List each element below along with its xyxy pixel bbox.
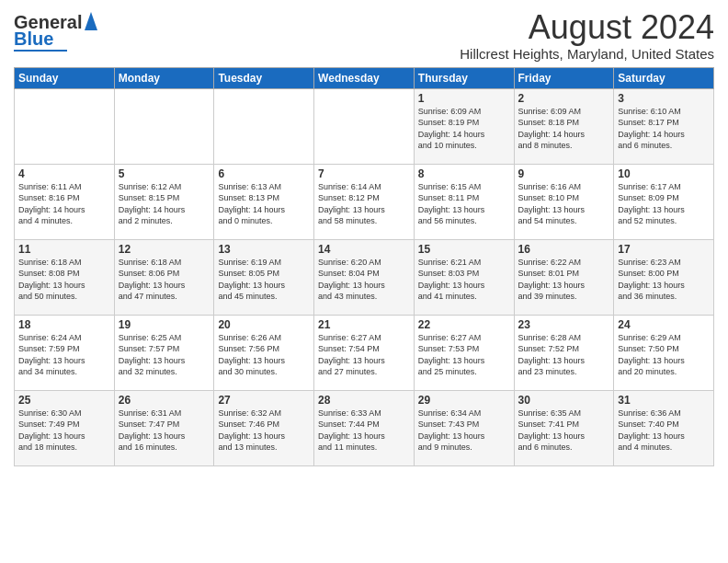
table-row	[114, 88, 214, 164]
table-row: 5Sunrise: 6:12 AM Sunset: 8:15 PM Daylig…	[114, 164, 214, 239]
table-row: 21Sunrise: 6:27 AM Sunset: 7:54 PM Dayli…	[314, 315, 415, 390]
cell-info: Sunrise: 6:14 AM Sunset: 8:12 PM Dayligh…	[318, 181, 410, 227]
cell-date: 2	[518, 92, 610, 105]
table-row: 25Sunrise: 6:30 AM Sunset: 7:49 PM Dayli…	[15, 390, 115, 465]
cell-date: 27	[218, 394, 310, 407]
table-row: 20Sunrise: 6:26 AM Sunset: 7:56 PM Dayli…	[214, 315, 314, 390]
table-row: 19Sunrise: 6:25 AM Sunset: 7:57 PM Dayli…	[114, 315, 214, 390]
calendar-week-row: 1Sunrise: 6:09 AM Sunset: 8:19 PM Daylig…	[15, 88, 714, 164]
col-monday: Monday	[114, 67, 214, 88]
cell-info: Sunrise: 6:29 AM Sunset: 7:50 PM Dayligh…	[618, 332, 710, 378]
cell-info: Sunrise: 6:28 AM Sunset: 7:52 PM Dayligh…	[518, 332, 610, 378]
cell-info: Sunrise: 6:31 AM Sunset: 7:47 PM Dayligh…	[119, 408, 210, 454]
cell-date: 30	[518, 394, 610, 407]
cell-info: Sunrise: 6:32 AM Sunset: 7:46 PM Dayligh…	[218, 408, 310, 454]
cell-date: 22	[418, 318, 510, 331]
logo: General Blue	[14, 13, 97, 52]
calendar-week-row: 4Sunrise: 6:11 AM Sunset: 8:16 PM Daylig…	[15, 164, 714, 239]
table-row: 17Sunrise: 6:23 AM Sunset: 8:00 PM Dayli…	[614, 239, 714, 315]
cell-date: 15	[418, 243, 510, 256]
cell-date: 31	[618, 394, 710, 407]
table-row	[15, 88, 115, 164]
cell-info: Sunrise: 6:36 AM Sunset: 7:40 PM Dayligh…	[618, 408, 710, 454]
logo-triangle-icon	[85, 12, 97, 30]
cell-date: 29	[418, 394, 510, 407]
table-row: 12Sunrise: 6:18 AM Sunset: 8:06 PM Dayli…	[114, 239, 214, 315]
cell-info: Sunrise: 6:35 AM Sunset: 7:41 PM Dayligh…	[518, 408, 610, 454]
cell-info: Sunrise: 6:13 AM Sunset: 8:13 PM Dayligh…	[218, 181, 310, 227]
cell-date: 1	[418, 92, 510, 105]
col-wednesday: Wednesday	[314, 67, 415, 88]
cell-date: 18	[18, 318, 110, 331]
cell-date: 11	[18, 243, 110, 256]
cell-info: Sunrise: 6:22 AM Sunset: 8:01 PM Dayligh…	[518, 257, 610, 303]
cell-date: 4	[18, 167, 110, 180]
cell-date: 9	[518, 167, 610, 180]
table-row: 8Sunrise: 6:15 AM Sunset: 8:11 PM Daylig…	[414, 164, 514, 239]
cell-info: Sunrise: 6:10 AM Sunset: 8:17 PM Dayligh…	[618, 106, 710, 152]
table-row	[314, 88, 415, 164]
cell-date: 5	[119, 167, 210, 180]
table-row: 15Sunrise: 6:21 AM Sunset: 8:03 PM Dayli…	[414, 239, 514, 315]
calendar-week-row: 11Sunrise: 6:18 AM Sunset: 8:08 PM Dayli…	[15, 239, 714, 315]
cell-date: 17	[618, 243, 710, 256]
cell-info: Sunrise: 6:09 AM Sunset: 8:18 PM Dayligh…	[518, 106, 610, 152]
cell-info: Sunrise: 6:20 AM Sunset: 8:04 PM Dayligh…	[318, 257, 410, 303]
col-tuesday: Tuesday	[214, 67, 314, 88]
cell-date: 3	[618, 92, 710, 105]
header: General Blue August 2024 Hillcrest Heigh…	[14, 9, 714, 62]
subtitle: Hillcrest Heights, Maryland, United Stat…	[460, 46, 714, 62]
col-thursday: Thursday	[414, 67, 514, 88]
calendar-week-row: 25Sunrise: 6:30 AM Sunset: 7:49 PM Dayli…	[15, 390, 714, 465]
table-row: 16Sunrise: 6:22 AM Sunset: 8:01 PM Dayli…	[514, 239, 614, 315]
cell-date: 23	[518, 318, 610, 331]
cell-date: 21	[318, 318, 410, 331]
cell-info: Sunrise: 6:34 AM Sunset: 7:43 PM Dayligh…	[418, 408, 510, 454]
col-sunday: Sunday	[15, 67, 115, 88]
cell-date: 13	[218, 243, 310, 256]
table-row: 23Sunrise: 6:28 AM Sunset: 7:52 PM Dayli…	[514, 315, 614, 390]
cell-date: 12	[119, 243, 210, 256]
table-row	[214, 88, 314, 164]
cell-info: Sunrise: 6:25 AM Sunset: 7:57 PM Dayligh…	[119, 332, 210, 378]
table-row: 29Sunrise: 6:34 AM Sunset: 7:43 PM Dayli…	[414, 390, 514, 465]
table-row: 7Sunrise: 6:14 AM Sunset: 8:12 PM Daylig…	[314, 164, 415, 239]
main-title: August 2024	[460, 9, 714, 46]
table-row: 2Sunrise: 6:09 AM Sunset: 8:18 PM Daylig…	[514, 88, 614, 164]
table-row: 10Sunrise: 6:17 AM Sunset: 8:09 PM Dayli…	[614, 164, 714, 239]
calendar-week-row: 18Sunrise: 6:24 AM Sunset: 7:59 PM Dayli…	[15, 315, 714, 390]
cell-date: 20	[218, 318, 310, 331]
table-row: 4Sunrise: 6:11 AM Sunset: 8:16 PM Daylig…	[15, 164, 115, 239]
cell-date: 14	[318, 243, 410, 256]
table-row: 9Sunrise: 6:16 AM Sunset: 8:10 PM Daylig…	[514, 164, 614, 239]
table-row: 22Sunrise: 6:27 AM Sunset: 7:53 PM Dayli…	[414, 315, 514, 390]
cell-info: Sunrise: 6:17 AM Sunset: 8:09 PM Dayligh…	[618, 181, 710, 227]
calendar: Sunday Monday Tuesday Wednesday Thursday…	[14, 67, 714, 466]
cell-info: Sunrise: 6:15 AM Sunset: 8:11 PM Dayligh…	[418, 181, 510, 227]
cell-info: Sunrise: 6:19 AM Sunset: 8:05 PM Dayligh…	[218, 257, 310, 303]
cell-info: Sunrise: 6:09 AM Sunset: 8:19 PM Dayligh…	[418, 106, 510, 152]
logo-underline	[14, 50, 67, 52]
cell-info: Sunrise: 6:23 AM Sunset: 8:00 PM Dayligh…	[618, 257, 710, 303]
cell-info: Sunrise: 6:24 AM Sunset: 7:59 PM Dayligh…	[18, 332, 110, 378]
table-row: 26Sunrise: 6:31 AM Sunset: 7:47 PM Dayli…	[114, 390, 214, 465]
cell-date: 24	[618, 318, 710, 331]
cell-info: Sunrise: 6:12 AM Sunset: 8:15 PM Dayligh…	[119, 181, 210, 227]
cell-date: 10	[618, 167, 710, 180]
table-row: 27Sunrise: 6:32 AM Sunset: 7:46 PM Dayli…	[214, 390, 314, 465]
cell-info: Sunrise: 6:27 AM Sunset: 7:54 PM Dayligh…	[318, 332, 410, 378]
table-row: 1Sunrise: 6:09 AM Sunset: 8:19 PM Daylig…	[414, 88, 514, 164]
table-row: 13Sunrise: 6:19 AM Sunset: 8:05 PM Dayli…	[214, 239, 314, 315]
table-row: 30Sunrise: 6:35 AM Sunset: 7:41 PM Dayli…	[514, 390, 614, 465]
col-saturday: Saturday	[614, 67, 714, 88]
cell-date: 28	[318, 394, 410, 407]
cell-info: Sunrise: 6:21 AM Sunset: 8:03 PM Dayligh…	[418, 257, 510, 303]
cell-info: Sunrise: 6:11 AM Sunset: 8:16 PM Dayligh…	[18, 181, 110, 227]
cell-date: 8	[418, 167, 510, 180]
cell-info: Sunrise: 6:26 AM Sunset: 7:56 PM Dayligh…	[218, 332, 310, 378]
calendar-header-row: Sunday Monday Tuesday Wednesday Thursday…	[15, 67, 714, 88]
cell-info: Sunrise: 6:18 AM Sunset: 8:08 PM Dayligh…	[18, 257, 110, 303]
table-row: 18Sunrise: 6:24 AM Sunset: 7:59 PM Dayli…	[15, 315, 115, 390]
cell-info: Sunrise: 6:18 AM Sunset: 8:06 PM Dayligh…	[119, 257, 210, 303]
col-friday: Friday	[514, 67, 614, 88]
